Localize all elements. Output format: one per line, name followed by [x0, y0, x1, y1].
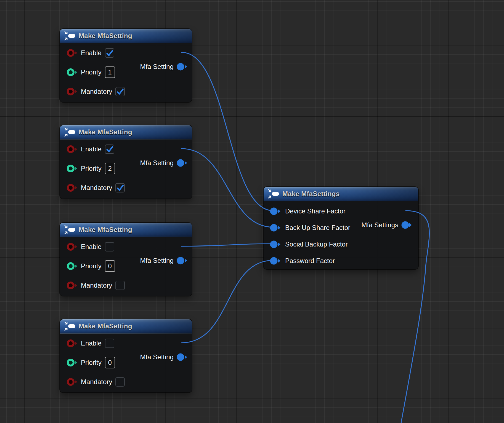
priority-input[interactable]: 1 — [105, 66, 115, 78]
graph-canvas[interactable]: Make MfaSetting Enable Priority 1 — [0, 0, 504, 423]
struct-pin-mfa-setting[interactable] — [176, 159, 189, 167]
bool-pin-enable[interactable] — [67, 339, 79, 348]
struct-pin-mfa-setting[interactable] — [176, 256, 189, 265]
checkmark-icon — [105, 144, 114, 154]
output-pin-label: Mfa Setting — [140, 353, 174, 361]
pin-label: Mandatory — [81, 378, 112, 386]
struct-pin-social-backup-factor[interactable] — [270, 240, 282, 249]
pin-label: Password Factor — [285, 257, 335, 265]
pin-row-enable: Enable — [60, 237, 192, 256]
pin-label: Back Up Share Factor — [285, 224, 350, 232]
bool-pin-enable[interactable] — [67, 49, 79, 57]
node-make-mfa-setting-4[interactable]: Make MfaSetting Enable Priority 0 — [60, 319, 192, 392]
struct-pin-mfa-settings[interactable] — [401, 221, 414, 229]
mandatory-checkbox[interactable] — [115, 87, 125, 96]
mandatory-checkbox[interactable] — [115, 183, 125, 192]
enable-checkbox[interactable] — [105, 48, 114, 58]
pin-label: Priority — [81, 165, 102, 172]
pin-label: Priority — [81, 68, 102, 76]
node-title: Make MfaSetting — [79, 128, 132, 136]
output-pin-label: Mfa Setting — [140, 257, 174, 264]
node-header[interactable]: Make MfaSetting — [60, 223, 192, 237]
make-struct-icon — [64, 31, 76, 41]
checkmark-icon — [105, 48, 114, 58]
node-header[interactable]: Make MfaSetting — [60, 319, 192, 334]
output-pin-row: Mfa Setting — [139, 62, 189, 71]
node-make-mfa-settings[interactable]: Make MfaSettings Device Share Factor Bac… — [264, 187, 418, 269]
pin-row-enable: Enable — [60, 140, 192, 159]
pin-row-mandatory: Mandatory — [60, 372, 192, 392]
make-struct-icon — [64, 127, 76, 137]
bool-pin-mandatory[interactable] — [67, 183, 79, 192]
int-pin-priority[interactable] — [67, 68, 79, 77]
bool-pin-enable[interactable] — [67, 145, 79, 154]
output-pin-label: Mfa Settings — [362, 221, 398, 229]
output-pin-row: Mfa Setting — [139, 256, 189, 265]
pin-label: Enable — [81, 49, 102, 57]
enable-checkbox[interactable] — [105, 144, 114, 154]
bool-pin-enable[interactable] — [67, 242, 79, 251]
node-title: Make MfaSetting — [79, 322, 132, 330]
priority-input[interactable]: 0 — [105, 357, 115, 368]
wire-setting4-to-password-factor[interactable] — [182, 260, 273, 343]
node-header[interactable]: Make MfaSetting — [60, 29, 192, 43]
mandatory-checkbox[interactable] — [115, 281, 125, 290]
pin-row-mandatory: Mandatory — [60, 82, 192, 101]
struct-pin-mfa-setting[interactable] — [176, 353, 189, 362]
node-title: Make MfaSettings — [282, 190, 340, 198]
checkmark-icon — [115, 183, 125, 192]
struct-pin-mfa-setting[interactable] — [176, 62, 189, 71]
pin-label: Priority — [81, 262, 102, 270]
output-pin-label: Mfa Setting — [140, 159, 174, 167]
int-pin-priority[interactable] — [67, 358, 79, 367]
node-header[interactable]: Make MfaSetting — [60, 125, 192, 140]
pin-row-mandatory: Mandatory — [60, 276, 192, 295]
bool-pin-mandatory[interactable] — [67, 378, 79, 386]
pin-row-password-factor: Password Factor — [264, 253, 418, 269]
pin-label: Enable — [81, 145, 102, 153]
pin-label: Device Share Factor — [285, 207, 346, 215]
make-struct-icon — [268, 189, 279, 199]
node-title: Make MfaSetting — [79, 32, 132, 40]
pin-label: Mandatory — [81, 88, 112, 95]
pin-row-enable: Enable — [60, 334, 192, 353]
int-pin-priority[interactable] — [67, 262, 79, 271]
priority-input[interactable]: 0 — [105, 260, 115, 272]
bool-pin-mandatory[interactable] — [67, 281, 79, 290]
wire-setting2-to-back-up-share-factor[interactable] — [182, 149, 273, 227]
int-pin-priority[interactable] — [67, 164, 79, 173]
make-struct-icon — [64, 321, 76, 331]
enable-checkbox[interactable] — [105, 242, 114, 251]
pin-row-social-backup-factor: Social Backup Factor — [264, 236, 418, 253]
struct-pin-password-factor[interactable] — [270, 256, 282, 265]
pin-label: Social Backup Factor — [285, 240, 348, 248]
enable-checkbox[interactable] — [105, 339, 114, 348]
pin-label: Enable — [81, 243, 102, 251]
checkmark-icon — [115, 87, 125, 96]
node-make-mfa-setting-3[interactable]: Make MfaSetting Enable Priority 0 — [60, 223, 192, 296]
struct-pin-back-up-share-factor[interactable] — [270, 223, 282, 232]
output-pin-row: Mfa Setting — [139, 353, 189, 362]
pin-label: Mandatory — [81, 184, 112, 192]
output-pin-label: Mfa Setting — [140, 63, 174, 71]
node-header[interactable]: Make MfaSettings — [264, 187, 418, 201]
wire-setting1-to-device-share-factor[interactable] — [182, 52, 273, 211]
pin-row-enable: Enable — [60, 43, 192, 63]
pin-label: Enable — [81, 339, 102, 347]
pin-label: Priority — [81, 359, 102, 366]
node-title: Make MfaSetting — [79, 226, 132, 234]
output-pin-row: Mfa Setting — [139, 159, 189, 167]
priority-input[interactable]: 2 — [105, 163, 115, 174]
pin-row-mandatory: Mandatory — [60, 178, 192, 197]
pin-row-device-share-factor: Device Share Factor — [264, 203, 418, 219]
make-struct-icon — [64, 224, 76, 235]
mandatory-checkbox[interactable] — [115, 377, 125, 387]
node-make-mfa-setting-1[interactable]: Make MfaSetting Enable Priority 1 — [60, 29, 192, 102]
node-make-mfa-setting-2[interactable]: Make MfaSetting Enable Priority 2 — [60, 125, 192, 199]
bool-pin-mandatory[interactable] — [67, 87, 79, 96]
pin-label: Mandatory — [81, 282, 112, 289]
struct-pin-device-share-factor[interactable] — [270, 207, 282, 216]
output-pin-row: Mfa Settings — [359, 221, 414, 229]
wire-setting3-to-social-backup-factor[interactable] — [182, 244, 273, 246]
